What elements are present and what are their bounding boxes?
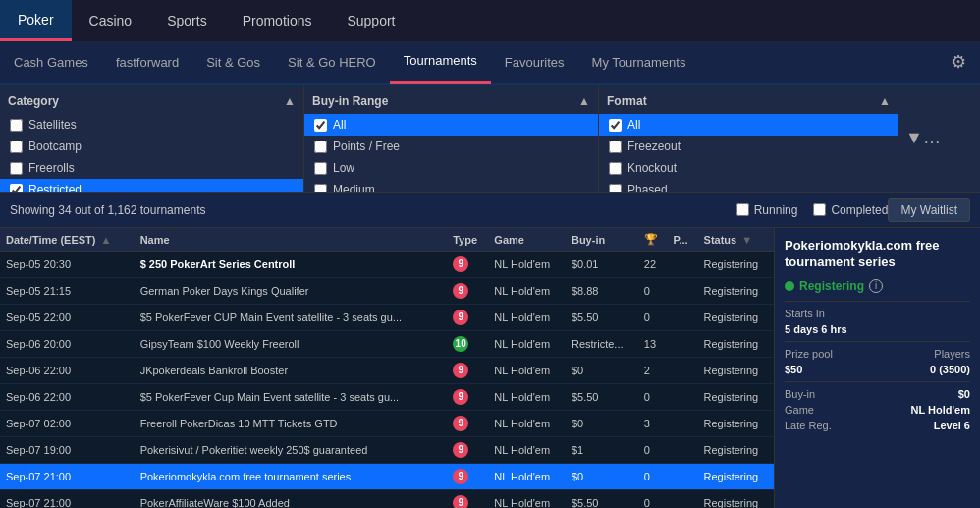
cell-name: German Poker Days Kings Qualifer xyxy=(135,278,448,305)
status-dot-icon xyxy=(785,281,794,291)
table-row[interactable]: Sep-07 02:00 Freeroll PokerDicas 10 MTT … xyxy=(0,411,774,437)
cell-status: Registering xyxy=(698,278,774,305)
filter-restricted[interactable]: Restricted xyxy=(0,179,303,192)
table-row[interactable]: Sep-05 22:00 $5 PokerFever CUP Main Even… xyxy=(0,305,774,331)
cell-datetime: Sep-05 21:15 xyxy=(0,278,135,305)
col-game[interactable]: Game xyxy=(488,228,566,252)
table-row[interactable]: Sep-05 21:15 German Poker Days Kings Qua… xyxy=(0,278,774,305)
subnav-sit-gos[interactable]: Sit & Gos xyxy=(192,40,274,84)
filter-freerolls[interactable]: Freerolls xyxy=(0,157,303,179)
cell-datetime: Sep-07 21:00 xyxy=(0,464,135,490)
freezeout-checkbox[interactable] xyxy=(609,141,622,153)
format-collapse-icon[interactable]: ▲ xyxy=(879,94,891,108)
cell-p xyxy=(668,305,698,331)
category-collapse-icon[interactable]: ▲ xyxy=(284,94,296,108)
col-status[interactable]: Status ▼ xyxy=(698,228,774,252)
filter-points-free[interactable]: Points / Free xyxy=(304,136,598,157)
info-icon[interactable]: i xyxy=(869,279,883,293)
tournament-table: Date/Time (EEST) ▲ Name Type Game Buy-in… xyxy=(0,228,774,508)
table-row[interactable]: Sep-06 22:00 $5 PokerFever Cup Main Even… xyxy=(0,384,774,411)
table-row[interactable]: Sep-07 19:00 Pokerisivut / Pokeritiet we… xyxy=(0,437,774,464)
cell-buyin: $5.50 xyxy=(566,490,638,509)
subnav-cash-games[interactable]: Cash Games xyxy=(0,40,102,84)
divider-1 xyxy=(785,301,970,302)
cell-name: $ 250 PokerArt Series Centroll xyxy=(135,252,448,278)
running-toggle[interactable]: Running xyxy=(736,203,798,217)
table-row[interactable]: Sep-06 20:00 GipsyTeam $100 Weekly Freer… xyxy=(0,331,774,358)
category-header: Category ▲ xyxy=(0,90,303,112)
table-row[interactable]: Sep-07 21:00 Pokeriomokykla.com free tou… xyxy=(0,464,774,490)
filter-format-all[interactable]: All xyxy=(599,114,898,136)
type-badge: 9 xyxy=(453,416,468,431)
my-waitlist-button[interactable]: My Waitlist xyxy=(888,198,970,222)
subnav-sit-go-hero[interactable]: Sit & Go HERO xyxy=(274,40,390,84)
cell-game: NL Hold'em xyxy=(488,464,566,490)
col-type[interactable]: Type xyxy=(447,228,488,252)
nav-promotions[interactable]: Promotions xyxy=(225,0,330,41)
cell-datetime: Sep-07 19:00 xyxy=(0,437,135,464)
filter-knockout[interactable]: Knockout xyxy=(599,157,898,179)
cell-status: Registering xyxy=(698,252,774,278)
filter-satellites[interactable]: Satellites xyxy=(0,114,303,136)
filter-phased[interactable]: Phased xyxy=(599,179,898,192)
nav-casino[interactable]: Casino xyxy=(72,0,150,41)
prizepool-value: $50 xyxy=(785,364,802,375)
subnav-favourites[interactable]: Favourites xyxy=(491,40,578,84)
cell-type: 9 xyxy=(447,305,488,331)
divider-2 xyxy=(785,341,970,342)
filter-bootcamp[interactable]: Bootcamp xyxy=(0,136,303,157)
phased-checkbox[interactable] xyxy=(609,184,622,193)
low-checkbox[interactable] xyxy=(314,162,327,175)
table-body: Sep-05 20:30 $ 250 PokerArt Series Centr… xyxy=(0,252,774,509)
cell-game: NL Hold'em xyxy=(488,278,566,305)
subnav-fastforward[interactable]: fastforward xyxy=(102,40,192,84)
tournament-table-area: Date/Time (EEST) ▲ Name Type Game Buy-in… xyxy=(0,228,774,508)
medium-checkbox[interactable] xyxy=(314,184,327,193)
col-buyin[interactable]: Buy-in xyxy=(566,228,638,252)
cell-p xyxy=(668,384,698,411)
subnav-my-tournaments[interactable]: My Tournaments xyxy=(578,40,700,84)
cell-name: JKpokerdeals Bankroll Booster xyxy=(135,358,448,384)
table-row[interactable]: Sep-05 20:30 $ 250 PokerArt Series Centr… xyxy=(0,252,774,278)
completed-toggle[interactable]: Completed xyxy=(813,203,888,217)
table-row[interactable]: Sep-07 21:00 PokerAffiliateWare $100 Add… xyxy=(0,490,774,509)
gear-icon[interactable]: ⚙ xyxy=(937,51,980,73)
filter-medium[interactable]: Medium xyxy=(304,179,598,192)
col-p[interactable]: P... xyxy=(668,228,698,252)
cell-trophy: 13 xyxy=(638,331,668,358)
filter-low[interactable]: Low xyxy=(304,157,598,179)
filter-freezeout[interactable]: Freezeout xyxy=(599,136,898,157)
bootcamp-checkbox[interactable] xyxy=(10,141,23,153)
running-checkbox[interactable] xyxy=(736,203,749,216)
buyin-collapse-icon[interactable]: ▲ xyxy=(578,94,590,108)
prizepool-row: Prize pool Players xyxy=(785,348,970,360)
cell-type: 9 xyxy=(447,490,488,509)
nav-sports[interactable]: Sports xyxy=(149,0,224,41)
completed-checkbox[interactable] xyxy=(813,203,826,216)
format-filter: Format ▲ All Freezeout Knockout Phased ▲ xyxy=(599,85,898,192)
col-name[interactable]: Name xyxy=(135,228,448,252)
prizepool-values-row: $50 0 (3500) xyxy=(785,364,970,375)
col-trophy[interactable]: 🏆 xyxy=(638,228,668,252)
filter-buyin-all[interactable]: All xyxy=(304,114,598,136)
late-reg-label: Late Reg. xyxy=(785,420,832,431)
cell-trophy: 3 xyxy=(638,411,668,437)
type-badge: 9 xyxy=(453,310,468,325)
buyin-all-checkbox[interactable] xyxy=(314,119,327,132)
category-label: Category xyxy=(8,94,59,108)
filter-options-icon[interactable]: ▼… xyxy=(898,85,948,192)
col-datetime[interactable]: Date/Time (EEST) ▲ xyxy=(0,228,135,252)
table-row[interactable]: Sep-06 22:00 JKpokerdeals Bankroll Boost… xyxy=(0,358,774,384)
nav-support[interactable]: Support xyxy=(329,0,412,41)
type-badge: 9 xyxy=(453,389,468,405)
format-all-checkbox[interactable] xyxy=(609,119,622,132)
players-value: 0 (3500) xyxy=(930,364,970,375)
freerolls-checkbox[interactable] xyxy=(10,162,23,175)
satellites-checkbox[interactable] xyxy=(10,119,23,132)
nav-poker[interactable]: Poker xyxy=(0,0,72,41)
restricted-checkbox[interactable] xyxy=(10,184,23,193)
knockout-checkbox[interactable] xyxy=(609,162,622,175)
subnav-tournaments[interactable]: Tournaments xyxy=(390,40,491,84)
cell-status: Registering xyxy=(698,464,774,490)
points-free-checkbox[interactable] xyxy=(314,141,327,153)
